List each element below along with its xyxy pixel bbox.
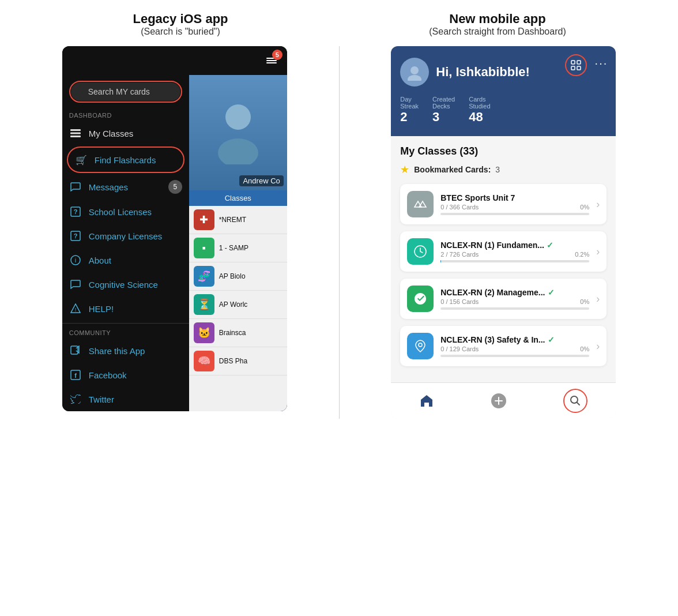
right-title-main: New mobile app bbox=[339, 12, 656, 27]
dashboard-header: ··· Hi, Ishkabibble! bbox=[391, 46, 616, 136]
stats-row: DayStreak 2 CreatedDecks 3 CardsStudied … bbox=[400, 96, 607, 125]
apworld-label: AP Worlc bbox=[219, 301, 248, 309]
find-flashcards-label: Find Flashcards bbox=[95, 155, 156, 165]
more-options-icon[interactable]: ··· bbox=[595, 57, 608, 70]
sidebar-item-twitter[interactable]: Twitter bbox=[62, 387, 189, 411]
find-flashcards-icon: 🛒 bbox=[75, 153, 88, 166]
user-name-tag: Andrew Co bbox=[239, 175, 283, 186]
class-item-apbio[interactable]: 🧬 AP Biolo bbox=[189, 262, 287, 291]
btec-sub: 0 / 366 Cards 0% bbox=[440, 204, 589, 211]
nav-home-button[interactable] bbox=[419, 394, 434, 408]
page-container: Legacy iOS app (Search is "buried") New … bbox=[22, 12, 656, 419]
sidebar-item-help[interactable]: ! HELP! bbox=[62, 296, 189, 321]
left-title-block: Legacy iOS app (Search is "buried") bbox=[22, 12, 339, 37]
share-icon bbox=[69, 344, 82, 357]
sidebar-item-facebook[interactable]: f Facebook bbox=[62, 363, 189, 387]
nclex2-title: NCLEX-RN (2) Manageme... ✓ bbox=[440, 288, 589, 297]
twitter-label: Twitter bbox=[89, 395, 114, 404]
sidebar-item-cognitive-science[interactable]: Cognitive Science bbox=[62, 272, 189, 296]
help-label: HELP! bbox=[89, 304, 114, 314]
svg-rect-1 bbox=[266, 60, 277, 61]
sidebar-item-share[interactable]: Share this App bbox=[62, 339, 189, 363]
nclex2-icon bbox=[407, 286, 434, 312]
nclex2-progress-label: 0% bbox=[580, 298, 589, 305]
apbio-label: AP Biolo bbox=[219, 272, 246, 280]
phone-top-bar: 5 bbox=[62, 46, 287, 75]
class-card-nclex1[interactable]: NCLEX-RN (1) Fundamen... ✓ 2 / 726 Cards… bbox=[400, 231, 607, 272]
samp-label: 1 - SAMP bbox=[219, 244, 248, 252]
user-name-overlay: Andrew Co bbox=[239, 175, 283, 186]
company-licenses-icon: ? bbox=[69, 230, 82, 242]
class-card-btec[interactable]: BTEC Sports Unit 7 0 / 366 Cards 0% › bbox=[400, 184, 607, 224]
class-item-apworld[interactable]: ⏳ AP Worlc bbox=[189, 291, 287, 319]
svg-rect-2 bbox=[266, 62, 277, 63]
sidebar-item-find-flashcards[interactable]: 🛒 Find Flashcards bbox=[68, 148, 183, 172]
sidebar-item-school-licenses[interactable]: ? School Licenses bbox=[62, 200, 189, 224]
class-item-samp[interactable]: ▪ 1 - SAMP bbox=[189, 234, 287, 262]
search-bar-container[interactable]: 🔍 Search MY cards bbox=[62, 75, 189, 108]
nclex1-check: ✓ bbox=[547, 241, 553, 250]
scan-icon-circle[interactable] bbox=[565, 54, 587, 76]
apworld-icon: ⏳ bbox=[194, 294, 214, 315]
apbio-icon: 🧬 bbox=[194, 266, 214, 287]
svg-rect-5 bbox=[70, 136, 81, 137]
search-input-display[interactable]: Search MY cards bbox=[71, 82, 180, 101]
svg-rect-19 bbox=[577, 61, 581, 64]
nclex1-title: NCLEX-RN (1) Fundamen... ✓ bbox=[440, 241, 589, 250]
class-item-brainsca[interactable]: 🐱 Brainsca bbox=[189, 319, 287, 347]
sidebar-item-messages[interactable]: Messages 5 bbox=[62, 174, 189, 200]
stat-day-streak: DayStreak 2 bbox=[400, 96, 419, 125]
sidebar-item-my-classes[interactable]: My Classes bbox=[62, 121, 189, 145]
nclex1-chevron: › bbox=[596, 246, 600, 258]
my-classes-title: My Classes (33) bbox=[400, 145, 607, 157]
community-divider bbox=[62, 323, 189, 324]
sidebar-item-about[interactable]: i About bbox=[62, 248, 189, 272]
notification-icon[interactable]: 5 bbox=[265, 54, 278, 67]
dbspha-icon: 🧠 bbox=[194, 351, 214, 371]
facebook-icon: f bbox=[69, 369, 82, 381]
right-title-sub: (Search straight from Dashboard) bbox=[339, 27, 656, 37]
nclex2-title-text: NCLEX-RN (2) Manageme... bbox=[440, 288, 545, 297]
help-icon: ! bbox=[69, 302, 82, 315]
nclex1-info: NCLEX-RN (1) Fundamen... ✓ 2 / 726 Cards… bbox=[440, 241, 589, 262]
nav-search-button[interactable] bbox=[563, 389, 587, 413]
user-card: Andrew Co bbox=[189, 75, 287, 190]
svg-text:f: f bbox=[74, 372, 77, 379]
svg-rect-18 bbox=[571, 61, 575, 64]
class-item-dbspha[interactable]: 🧠 DBS Pha bbox=[189, 347, 287, 375]
class-item-nremt[interactable]: ✚ *NREMT bbox=[189, 206, 287, 234]
search-circle-btn[interactable] bbox=[563, 389, 587, 413]
cognitive-science-icon bbox=[69, 278, 82, 291]
twitter-icon bbox=[69, 393, 82, 405]
left-title-sub: (Search is "buried") bbox=[22, 27, 339, 37]
svg-point-22 bbox=[410, 66, 419, 74]
phone-inner: 🔍 Search MY cards DASHBOARD bbox=[62, 75, 287, 411]
search-inner: 🔍 Search MY cards bbox=[71, 82, 180, 101]
class-card-nclex3[interactable]: NCLEX-RN (3) Safety & In... ✓ 0 / 129 Ca… bbox=[400, 326, 607, 366]
find-flashcards-wrapper: 🛒 Find Flashcards bbox=[67, 147, 184, 173]
nremt-label: *NREMT bbox=[219, 216, 246, 224]
scan-icon-area[interactable] bbox=[565, 54, 587, 76]
nav-add-button[interactable] bbox=[491, 393, 507, 409]
classes-label: Classes bbox=[189, 190, 287, 206]
svg-point-17 bbox=[218, 138, 258, 164]
sidebar-item-company-licenses[interactable]: ? Company Licenses bbox=[62, 224, 189, 248]
nclex1-progress-bar bbox=[440, 260, 589, 262]
messages-icon bbox=[69, 181, 82, 193]
sidebar-menu: 🔍 Search MY cards DASHBOARD bbox=[62, 75, 189, 411]
nclex2-sub: 0 / 156 Cards 0% bbox=[440, 298, 589, 305]
svg-point-16 bbox=[225, 104, 251, 130]
bookmarked-count: 3 bbox=[495, 165, 500, 174]
my-classes-label: My Classes bbox=[89, 129, 134, 138]
nclex1-progress-fill bbox=[440, 260, 441, 262]
nclex2-check: ✓ bbox=[548, 288, 555, 297]
nclex2-cards: 0 / 156 Cards bbox=[440, 298, 479, 305]
svg-rect-20 bbox=[571, 66, 575, 70]
svg-text:?: ? bbox=[73, 208, 77, 215]
cards-studied-value: 48 bbox=[469, 110, 490, 125]
class-card-nclex2[interactable]: NCLEX-RN (2) Manageme... ✓ 0 / 156 Cards… bbox=[400, 279, 607, 319]
btec-title-text: BTEC Sports Unit 7 bbox=[440, 193, 515, 202]
created-decks-label: CreatedDecks bbox=[432, 96, 455, 110]
svg-text:!: ! bbox=[74, 307, 76, 313]
day-streak-value: 2 bbox=[400, 110, 419, 125]
